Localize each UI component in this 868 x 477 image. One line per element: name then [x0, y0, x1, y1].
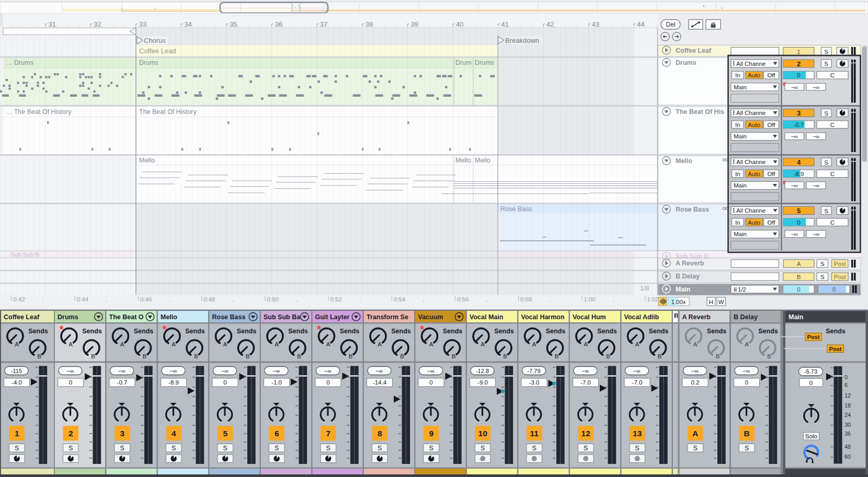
svg-text:Off: Off — [767, 72, 775, 78]
svg-text:Sends: Sends — [443, 328, 463, 335]
svg-text:B: B — [797, 274, 801, 280]
svg-text:Auto: Auto — [748, 72, 760, 78]
svg-text:24: 24 — [844, 412, 851, 418]
svg-text:-7.0: -7.0 — [580, 379, 591, 386]
svg-text:Auto: Auto — [748, 219, 760, 226]
svg-text:Solo: Solo — [805, 433, 817, 439]
svg-text:Sub Sub B: Sub Sub B — [676, 253, 709, 260]
svg-text:34: 34 — [184, 20, 191, 28]
svg-text:A Reverb: A Reverb — [676, 260, 704, 267]
svg-text:A: A — [532, 341, 536, 347]
svg-text:Mello: Mello — [676, 157, 692, 165]
svg-text:36: 36 — [844, 431, 851, 437]
svg-text:S: S — [584, 445, 588, 452]
svg-text:ii: ii — [734, 286, 737, 293]
svg-text:All Channe: All Channe — [736, 159, 766, 165]
svg-text:−∞: −∞ — [633, 368, 641, 374]
svg-text:B: B — [246, 353, 250, 359]
svg-text:S: S — [824, 49, 828, 55]
svg-text:0: 0 — [326, 379, 329, 386]
svg-text:A: A — [172, 341, 176, 347]
svg-text:A: A — [693, 341, 698, 347]
svg-text:36: 36 — [275, 20, 282, 28]
svg-text:Vocal Adlib: Vocal Adlib — [624, 313, 659, 321]
svg-text:-4.0: -4.0 — [12, 379, 22, 386]
svg-text:Post: Post — [807, 334, 820, 340]
svg-text:... The Beat Of History: ... The Beat Of History — [7, 108, 72, 115]
svg-text:1.00x: 1.00x — [671, 299, 686, 305]
svg-text:S: S — [429, 445, 433, 452]
svg-text:B: B — [716, 353, 720, 359]
svg-text:12: 12 — [844, 392, 851, 399]
svg-text:41: 41 — [501, 20, 509, 28]
svg-text:The Beat O: The Beat O — [109, 313, 144, 321]
svg-text:10: 10 — [478, 429, 487, 438]
svg-text:3: 3 — [120, 429, 124, 438]
svg-text:−∞: −∞ — [691, 368, 699, 374]
svg-text:A: A — [68, 341, 73, 347]
svg-text:A: A — [635, 341, 639, 347]
svg-text:B: B — [555, 353, 559, 359]
svg-text:-1.0: -1.0 — [271, 379, 282, 386]
svg-text:6: 6 — [275, 429, 279, 438]
svg-text:Off: Off — [767, 122, 775, 128]
svg-text:40: 40 — [456, 20, 463, 28]
svg-text:Off: Off — [767, 171, 775, 177]
svg-text:11: 11 — [530, 429, 539, 438]
svg-text:0:46: 0:46 — [140, 296, 152, 303]
svg-text:1/8: 1/8 — [640, 285, 649, 292]
svg-text:38: 38 — [366, 20, 373, 28]
svg-text:B: B — [194, 353, 198, 359]
svg-text:Auto: Auto — [748, 122, 760, 128]
svg-text:S: S — [223, 445, 227, 452]
svg-text:Sends: Sends — [82, 328, 102, 335]
svg-text:0: 0 — [797, 219, 800, 226]
svg-text:B: B — [349, 353, 353, 359]
svg-text:S: S — [120, 445, 124, 452]
svg-text:Chorus: Chorus — [144, 37, 166, 44]
svg-text:B: B — [503, 353, 507, 359]
svg-text:37: 37 — [320, 20, 327, 28]
svg-text:Del: Del — [666, 21, 675, 28]
svg-text:S: S — [68, 445, 73, 452]
svg-text:2: 2 — [68, 429, 73, 438]
svg-text:0: 0 — [745, 379, 748, 386]
svg-text:B: B — [143, 353, 147, 359]
svg-text:Sends: Sends — [391, 328, 411, 335]
svg-text:Post: Post — [834, 261, 847, 267]
svg-text:0.2: 0.2 — [691, 379, 700, 386]
svg-text:33: 33 — [139, 20, 146, 28]
svg-text:Sub Sub Ba: Sub Sub Ba — [264, 313, 301, 321]
svg-text:S: S — [693, 445, 698, 452]
svg-text:B: B — [744, 429, 750, 438]
svg-text:Guit Layter: Guit Layter — [315, 313, 350, 321]
svg-text:31: 31 — [49, 20, 56, 28]
svg-text:S: S — [824, 61, 828, 67]
svg-text:Mello: Mello — [455, 157, 471, 164]
svg-text:B: B — [91, 353, 95, 359]
svg-text:32: 32 — [94, 20, 101, 28]
svg-text:Sends: Sends — [288, 328, 308, 335]
svg-text:A: A — [223, 341, 227, 347]
svg-text:Coffee Leaf: Coffee Leaf — [676, 47, 712, 54]
svg-text:-9.0: -9.0 — [477, 379, 488, 386]
svg-text:Sends: Sends — [28, 328, 48, 335]
svg-text:S: S — [532, 445, 536, 452]
svg-text:−∞: −∞ — [427, 368, 435, 374]
svg-text:B: B — [606, 353, 610, 359]
svg-text:−∞: −∞ — [581, 368, 589, 374]
svg-text:Mello: Mello — [161, 313, 177, 321]
svg-text:43: 43 — [592, 20, 599, 28]
svg-text:In: In — [735, 72, 740, 78]
svg-text:A: A — [481, 341, 485, 347]
svg-text:A: A — [797, 261, 801, 267]
svg-text:0: 0 — [69, 379, 72, 386]
svg-text:−∞: −∞ — [813, 84, 820, 90]
svg-text:B: B — [767, 353, 771, 359]
svg-text:-115: -115 — [11, 368, 22, 374]
svg-text:S: S — [635, 445, 639, 452]
svg-text:S: S — [378, 445, 382, 452]
svg-text:−∞: −∞ — [118, 368, 125, 374]
svg-text:Off: Off — [767, 219, 775, 226]
svg-text:Drums: Drums — [139, 59, 158, 66]
